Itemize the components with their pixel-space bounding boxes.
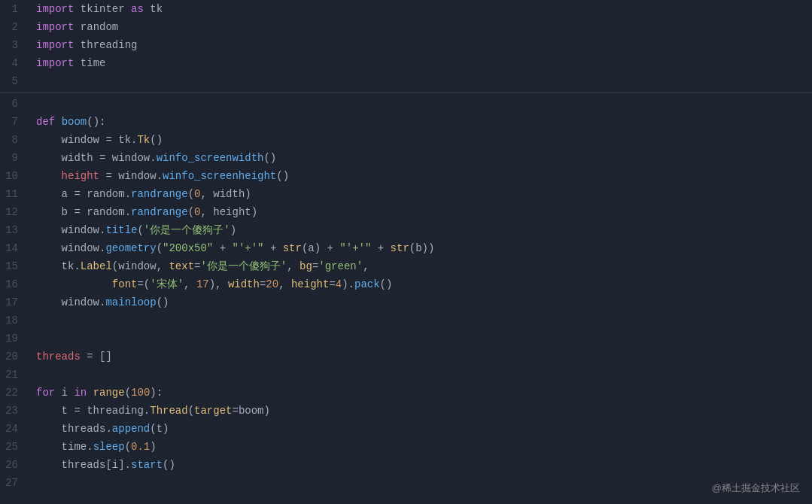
token-plain: window.: [36, 242, 105, 254]
code-line: 16 font=('宋体', 17), width=20, height=4).…: [0, 275, 812, 293]
token-plain: [87, 387, 93, 399]
token-param: text: [169, 260, 194, 272]
code-line: 10 height = window.winfo_screenheight(): [0, 167, 812, 185]
code-line: 22for i in range(100):: [0, 384, 812, 402]
token-plain: threads.: [36, 423, 112, 435]
line-number: 24: [0, 420, 30, 438]
token-plain: ):: [150, 387, 163, 399]
token-method: sleep: [93, 441, 125, 453]
line-number: 21: [0, 366, 30, 384]
token-builtin: Thread: [150, 405, 187, 417]
code-line: 12 b = random.randrange(0, height): [0, 203, 812, 221]
token-param: width: [228, 278, 260, 290]
code-line: 2import random: [0, 18, 812, 36]
line-content: threads.append(t): [30, 420, 812, 438]
line-number: 13: [0, 221, 30, 239]
line-number: 14: [0, 239, 30, 257]
token-num: 0.1: [131, 441, 150, 453]
token-str: '宋体': [150, 278, 184, 290]
code-line: 24 threads.append(t): [0, 420, 812, 438]
token-plain: (: [125, 441, 131, 453]
line-number: 6: [0, 95, 30, 113]
line-number: 7: [0, 113, 30, 131]
token-plain: (window,: [112, 260, 169, 272]
code-line: 23 t = threading.Thread(target=boom): [0, 402, 812, 420]
token-plain: (t): [150, 423, 169, 435]
token-plain: [55, 116, 61, 128]
token-str: '你是一个傻狗子': [144, 224, 230, 236]
token-method: winfo_screenwidth: [157, 152, 264, 164]
token-method: start: [131, 459, 163, 471]
token-plain: ): [150, 441, 156, 453]
line-number: 16: [0, 275, 30, 293]
token-str: 'green': [318, 260, 363, 272]
token-plain: = window.: [99, 170, 163, 182]
token-plain: ).: [342, 278, 354, 290]
line-number: 10: [0, 167, 30, 185]
token-method: randrange: [131, 206, 188, 218]
line-number: 27: [0, 474, 30, 492]
code-editor: 1import tkinter as tk2import random3impo…: [0, 0, 812, 504]
token-kw: in: [74, 387, 87, 399]
token-plain: (): [276, 170, 289, 182]
token-plain: =boom): [232, 405, 269, 417]
token-plain: +: [371, 242, 390, 254]
token-plain: window.: [36, 296, 105, 308]
line-number: 2: [0, 18, 30, 36]
line-number: 4: [0, 54, 30, 72]
token-kw: import: [36, 57, 74, 69]
line-content: a = random.randrange(0, width): [30, 185, 812, 203]
token-plain: (a) +: [302, 242, 339, 254]
line-number: 23: [0, 402, 30, 420]
line-number: 12: [0, 203, 30, 221]
line-number: 15: [0, 257, 30, 275]
line-number: 19: [0, 329, 30, 348]
token-plain: (: [188, 405, 194, 417]
token-plain: ():: [87, 116, 105, 128]
token-param: bg: [300, 260, 312, 272]
code-line: 18: [0, 311, 812, 329]
line-number: 5: [0, 72, 30, 90]
token-num: 20: [266, 278, 278, 290]
line-content: def boom():: [30, 113, 812, 131]
token-var: threads: [36, 351, 81, 363]
token-str: "'+'": [339, 242, 371, 254]
code-line: 19: [0, 329, 812, 348]
token-param: target: [194, 405, 232, 417]
line-content: font=('宋体', 17), width=20, height=4).pac…: [30, 275, 812, 293]
token-plain: tkinter: [74, 3, 131, 15]
token-fn: boom: [62, 116, 87, 128]
token-builtin: Label: [81, 260, 112, 272]
token-method: geometry: [105, 242, 156, 254]
token-plain: = []: [81, 351, 112, 363]
token-kw: import: [36, 3, 74, 15]
code-line: 1import tkinter as tk: [0, 0, 812, 18]
line-number: 17: [0, 293, 30, 311]
code-line: 17 window.mainloop(): [0, 293, 812, 311]
token-kw: import: [36, 39, 74, 51]
token-num: 100: [131, 387, 150, 399]
token-plain: ,: [287, 260, 300, 272]
token-plain: a: [36, 188, 74, 200]
token-plain: (): [157, 296, 169, 308]
token-plain: (: [125, 387, 131, 399]
token-plain: time.: [36, 441, 93, 453]
token-param: font: [112, 278, 138, 290]
token-method: title: [105, 224, 137, 236]
token-method: append: [112, 423, 150, 435]
line-content: threads[i].start(): [30, 456, 812, 474]
token-plain: (): [163, 459, 175, 471]
token-method: randrange: [131, 188, 188, 200]
token-plain: (): [263, 152, 276, 164]
token-plain: random: [74, 21, 118, 33]
line-number: 26: [0, 456, 30, 474]
line-number: 25: [0, 438, 30, 456]
token-plain: tk: [144, 3, 163, 15]
line-number: 11: [0, 185, 30, 203]
token-param: height: [291, 278, 329, 290]
line-number: 22: [0, 384, 30, 402]
line-content: import random: [30, 18, 812, 36]
line-content: import tkinter as tk: [30, 0, 812, 18]
token-builtin: Tk: [137, 134, 150, 146]
token-kw: for: [36, 387, 55, 399]
